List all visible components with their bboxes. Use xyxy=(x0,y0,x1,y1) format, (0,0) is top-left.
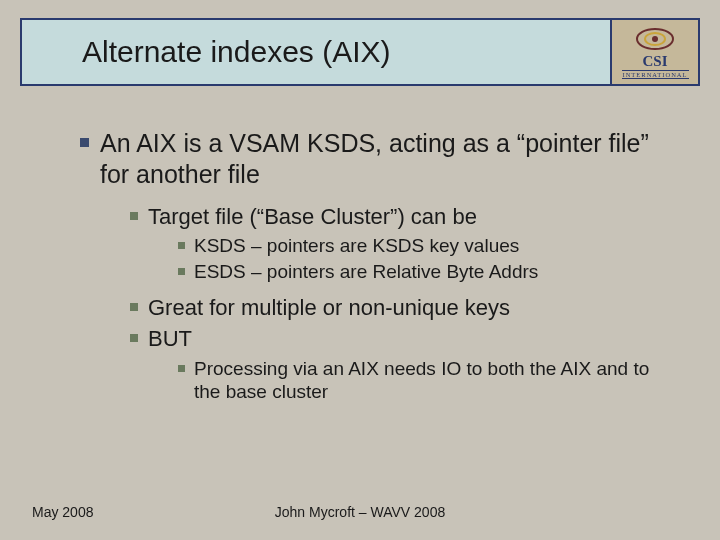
slide-title: Alternate indexes (AIX) xyxy=(82,35,390,69)
title-box: Alternate indexes (AIX) xyxy=(20,18,612,86)
bullet-l3: Processing via an AIX needs IO to both t… xyxy=(178,357,660,405)
bullet-text: Processing via an AIX needs IO to both t… xyxy=(194,358,649,403)
bullet-l3: ESDS – pointers are Relative Byte Addrs xyxy=(178,260,660,284)
bullet-list-l3: Processing via an AIX needs IO to both t… xyxy=(178,357,660,405)
content-area: An AIX is a VSAM KSDS, acting as a “poin… xyxy=(80,128,660,414)
bullet-text: KSDS – pointers are KSDS key values xyxy=(194,235,519,256)
logo: CSI INTERNATIONAL xyxy=(612,18,700,86)
bullet-l1: An AIX is a VSAM KSDS, acting as a “poin… xyxy=(80,128,660,404)
bullet-text: BUT xyxy=(148,326,192,351)
title-row: Alternate indexes (AIX) CSI INTERNATIONA… xyxy=(20,18,700,86)
bullet-text: Great for multiple or non-unique keys xyxy=(148,295,510,320)
bullet-text: ESDS – pointers are Relative Byte Addrs xyxy=(194,261,538,282)
bullet-list-l2: Target file (“Base Cluster”) can be KSDS… xyxy=(130,203,660,405)
bullet-list-l3: KSDS – pointers are KSDS key values ESDS… xyxy=(178,234,660,284)
swirl-icon xyxy=(634,25,676,53)
bullet-list: An AIX is a VSAM KSDS, acting as a “poin… xyxy=(80,128,660,404)
logo-sub: INTERNATIONAL xyxy=(622,70,689,79)
bullet-l2: Great for multiple or non-unique keys xyxy=(130,294,660,322)
slide: Alternate indexes (AIX) CSI INTERNATIONA… xyxy=(0,0,720,540)
bullet-text: Target file (“Base Cluster”) can be xyxy=(148,204,477,229)
footer-author: John Mycroft – WAVV 2008 xyxy=(0,504,720,520)
bullet-text: An AIX is a VSAM KSDS, acting as a “poin… xyxy=(100,129,649,188)
bullet-l2: Target file (“Base Cluster”) can be KSDS… xyxy=(130,203,660,284)
bullet-l3: KSDS – pointers are KSDS key values xyxy=(178,234,660,258)
bullet-l2: BUT Processing via an AIX needs IO to bo… xyxy=(130,325,660,404)
svg-point-2 xyxy=(652,36,658,42)
logo-name: CSI xyxy=(642,54,667,69)
